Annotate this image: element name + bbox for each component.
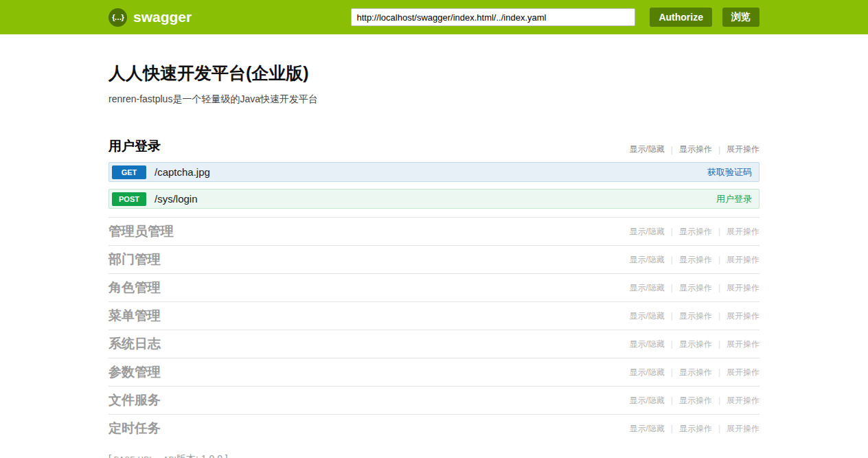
show-hide-link[interactable]: 显示/隐藏 — [629, 423, 664, 435]
list-operations-link[interactable]: 显示操作 — [679, 254, 712, 266]
section-title[interactable]: 定时任务 — [108, 420, 161, 437]
list-operations-link[interactable]: 显示操作 — [679, 144, 712, 155]
list-operations-link[interactable]: 显示操作 — [679, 282, 712, 294]
show-hide-link[interactable]: 显示/隐藏 — [629, 282, 664, 294]
resource-section-collapsed: 系统日志 显示/隐藏 | 显示操作 | 展开操作 — [108, 330, 760, 358]
section-controls: 显示/隐藏 | 显示操作 | 展开操作 — [629, 395, 760, 407]
link-separator: | — [718, 227, 720, 236]
show-hide-link[interactable]: 显示/隐藏 — [629, 144, 664, 155]
show-hide-link[interactable]: 显示/隐藏 — [629, 254, 664, 266]
operations-list: GET /captcha.jpg 获取验证码 POST /sys/login 用… — [108, 162, 760, 209]
link-separator: | — [671, 255, 673, 264]
swagger-logo-icon: {…} — [108, 8, 127, 27]
link-separator: | — [671, 311, 673, 321]
resource-section-collapsed: 角色管理 显示/隐藏 | 显示操作 | 展开操作 — [108, 273, 760, 301]
expand-operations-link[interactable]: 展开操作 — [727, 423, 760, 435]
footer-base-url: BASE URL: , API — [114, 455, 176, 458]
link-separator: | — [718, 339, 720, 349]
section-title[interactable]: 管理员管理 — [108, 222, 174, 240]
list-operations-link[interactable]: 显示操作 — [679, 367, 712, 378]
operation-row[interactable]: POST /sys/login 用户登录 — [108, 189, 760, 209]
section-controls: 显示/隐藏 | 显示操作 | 展开操作 — [629, 144, 760, 155]
authorize-button[interactable]: Authorize — [650, 8, 712, 27]
link-separator: | — [671, 339, 673, 349]
show-hide-link[interactable]: 显示/隐藏 — [629, 339, 664, 350]
section-title[interactable]: 部门管理 — [108, 251, 161, 268]
link-separator: | — [671, 145, 673, 154]
expand-operations-link[interactable]: 展开操作 — [727, 144, 760, 155]
footer-bracket: [ — [108, 453, 111, 458]
section-title[interactable]: 参数管理 — [108, 363, 161, 381]
base-url-footer: [ BASE URL: , API版本: 1.0.0 ] — [108, 453, 760, 458]
main-content: 人人快速开发平台(企业版) renren-fastplus是一个轻量级的Java… — [108, 62, 760, 458]
resource-section-collapsed: 菜单管理 显示/隐藏 | 显示操作 | 展开操作 — [108, 301, 760, 330]
link-separator: | — [671, 424, 673, 433]
link-separator: | — [718, 311, 720, 321]
section-controls: 显示/隐藏 | 显示操作 | 展开操作 — [629, 423, 760, 435]
show-hide-link[interactable]: 显示/隐藏 — [629, 226, 664, 238]
section-title[interactable]: 菜单管理 — [108, 307, 161, 325]
header-controls: Authorize 浏览 — [351, 8, 760, 27]
operation-path-link[interactable]: /captcha.jpg — [155, 166, 210, 178]
http-method-badge: POST — [112, 192, 146, 206]
section-title[interactable]: 角色管理 — [108, 279, 161, 297]
resource-section-collapsed: 参数管理 显示/隐藏 | 显示操作 | 展开操作 — [108, 358, 760, 386]
operation-summary-link[interactable]: 用户登录 — [716, 193, 752, 205]
link-separator: | — [671, 227, 673, 236]
section-controls: 显示/隐藏 | 显示操作 | 展开操作 — [629, 226, 760, 238]
list-operations-link[interactable]: 显示操作 — [679, 226, 712, 238]
show-hide-link[interactable]: 显示/隐藏 — [629, 310, 664, 322]
section-title[interactable]: 系统日志 — [108, 335, 161, 353]
section-controls: 显示/隐藏 | 显示操作 | 展开操作 — [629, 254, 760, 266]
resource-section-expanded: 用户登录 显示/隐藏 | 显示操作 | 展开操作 GET /captcha.jp… — [108, 137, 760, 209]
link-separator: | — [718, 424, 720, 433]
swagger-brand-link[interactable]: {…} swagger — [108, 8, 192, 27]
brand-text: swagger — [133, 9, 192, 25]
link-separator: | — [718, 283, 720, 293]
link-separator: | — [718, 367, 720, 377]
collapsed-sections-list: 管理员管理 显示/隐藏 | 显示操作 | 展开操作 部门管理 显示/隐藏 | 显… — [108, 217, 760, 442]
resource-section-collapsed: 部门管理 显示/隐藏 | 显示操作 | 展开操作 — [108, 245, 760, 273]
link-separator: | — [671, 283, 673, 293]
operation-summary-link[interactable]: 获取验证码 — [707, 166, 752, 179]
link-separator: | — [671, 396, 673, 405]
expand-operations-link[interactable]: 展开操作 — [727, 254, 760, 266]
list-operations-link[interactable]: 显示操作 — [679, 339, 712, 350]
resource-section-collapsed: 文件服务 显示/隐藏 | 显示操作 | 展开操作 — [108, 386, 760, 414]
api-url-input[interactable] — [351, 8, 635, 26]
api-title: 人人快速开发平台(企业版) — [108, 62, 760, 84]
section-controls: 显示/隐藏 | 显示操作 | 展开操作 — [629, 367, 760, 378]
section-title[interactable]: 用户登录 — [108, 137, 161, 155]
expand-operations-link[interactable]: 展开操作 — [727, 339, 760, 350]
link-separator: | — [718, 255, 720, 264]
api-description: renren-fastplus是一个轻量级的Java快速开发平台 — [108, 93, 760, 106]
expand-operations-link[interactable]: 展开操作 — [727, 310, 760, 322]
show-hide-link[interactable]: 显示/隐藏 — [629, 395, 664, 407]
section-title[interactable]: 文件服务 — [108, 391, 161, 409]
explore-button[interactable]: 浏览 — [722, 8, 760, 27]
list-operations-link[interactable]: 显示操作 — [679, 310, 712, 322]
link-separator: | — [671, 367, 673, 377]
top-bar: {…} swagger Authorize 浏览 — [0, 0, 868, 34]
section-controls: 显示/隐藏 | 显示操作 | 展开操作 — [629, 310, 760, 322]
section-controls: 显示/隐藏 | 显示操作 | 展开操作 — [629, 282, 760, 294]
footer-version: 版本: 1.0.0 ] — [176, 453, 228, 458]
list-operations-link[interactable]: 显示操作 — [679, 395, 712, 407]
operation-row[interactable]: GET /captcha.jpg 获取验证码 — [108, 162, 760, 182]
expand-operations-link[interactable]: 展开操作 — [727, 282, 760, 294]
operation-path-link[interactable]: /sys/login — [155, 193, 198, 205]
resource-section-collapsed: 定时任务 显示/隐藏 | 显示操作 | 展开操作 — [108, 414, 760, 442]
http-method-badge: GET — [112, 165, 146, 179]
expand-operations-link[interactable]: 展开操作 — [727, 226, 760, 238]
show-hide-link[interactable]: 显示/隐藏 — [629, 367, 664, 378]
expand-operations-link[interactable]: 展开操作 — [727, 367, 760, 378]
expand-operations-link[interactable]: 展开操作 — [727, 395, 760, 407]
resource-section-collapsed: 管理员管理 显示/隐藏 | 显示操作 | 展开操作 — [108, 217, 760, 245]
link-separator: | — [718, 145, 720, 154]
link-separator: | — [718, 396, 720, 405]
section-controls: 显示/隐藏 | 显示操作 | 展开操作 — [629, 339, 760, 350]
list-operations-link[interactable]: 显示操作 — [679, 423, 712, 435]
